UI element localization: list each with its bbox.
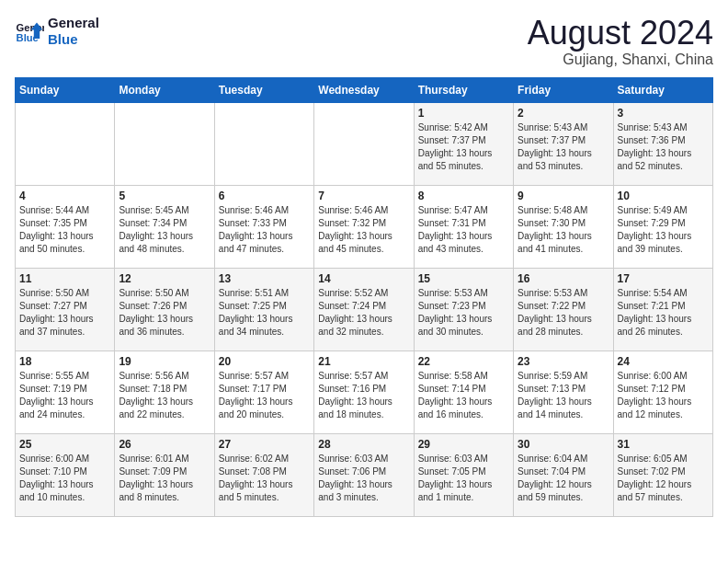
calendar-cell: 6Sunrise: 5:46 AMSunset: 7:33 PMDaylight… <box>214 185 313 268</box>
day-number: 16 <box>518 272 609 285</box>
day-info: Sunrise: 5:52 AMSunset: 7:24 PMDaylight:… <box>318 287 409 339</box>
day-info: Sunrise: 5:57 AMSunset: 7:17 PMDaylight:… <box>219 370 310 421</box>
calendar-cell: 11Sunrise: 5:50 AMSunset: 7:27 PMDayligh… <box>16 268 115 350</box>
day-number: 28 <box>318 438 409 451</box>
day-number: 3 <box>618 107 709 120</box>
day-info: Sunrise: 5:46 AMSunset: 7:32 PMDaylight:… <box>318 204 409 256</box>
day-number: 7 <box>318 190 409 202</box>
day-number: 24 <box>618 355 709 368</box>
day-info: Sunrise: 5:43 AMSunset: 7:36 PMDaylight:… <box>618 121 709 173</box>
day-number: 22 <box>418 355 509 368</box>
calendar-cell: 23Sunrise: 5:59 AMSunset: 7:13 PMDayligh… <box>514 350 613 433</box>
page-header: General Blue General Blue August 2024 Gu… <box>15 15 713 68</box>
calendar-header-row: SundayMondayTuesdayWednesdayThursdayFrid… <box>16 77 713 102</box>
calendar-cell: 18Sunrise: 5:55 AMSunset: 7:19 PMDayligh… <box>16 350 115 433</box>
calendar-cell: 8Sunrise: 5:47 AMSunset: 7:31 PMDaylight… <box>414 185 513 268</box>
day-number: 14 <box>318 272 409 285</box>
calendar-table: SundayMondayTuesdayWednesdayThursdayFrid… <box>15 77 713 517</box>
day-number: 13 <box>219 272 310 285</box>
day-number: 15 <box>418 272 509 285</box>
day-number: 2 <box>518 107 609 120</box>
day-number: 6 <box>219 190 310 202</box>
calendar-cell: 19Sunrise: 5:56 AMSunset: 7:18 PMDayligh… <box>115 350 214 433</box>
day-number: 30 <box>518 438 609 451</box>
day-info: Sunrise: 5:55 AMSunset: 7:19 PMDaylight:… <box>19 370 110 421</box>
title-block: August 2024 Gujiang, Shanxi, China <box>528 15 713 68</box>
day-header-saturday: Saturday <box>613 77 712 102</box>
day-number: 20 <box>219 355 310 368</box>
calendar-body: 1Sunrise: 5:42 AMSunset: 7:37 PMDaylight… <box>16 102 713 516</box>
calendar-cell: 31Sunrise: 6:05 AMSunset: 7:02 PMDayligh… <box>613 433 712 516</box>
day-info: Sunrise: 5:54 AMSunset: 7:21 PMDaylight:… <box>618 287 709 339</box>
day-header-monday: Monday <box>115 77 214 102</box>
day-number: 27 <box>219 438 310 451</box>
calendar-cell: 15Sunrise: 5:53 AMSunset: 7:23 PMDayligh… <box>414 268 513 350</box>
day-number: 9 <box>518 190 609 202</box>
day-info: Sunrise: 5:43 AMSunset: 7:37 PMDaylight:… <box>518 121 609 173</box>
day-header-tuesday: Tuesday <box>214 77 313 102</box>
day-number: 26 <box>119 438 210 451</box>
day-info: Sunrise: 5:50 AMSunset: 7:27 PMDaylight:… <box>19 287 110 339</box>
calendar-cell: 28Sunrise: 6:03 AMSunset: 7:06 PMDayligh… <box>314 433 414 516</box>
logo-general: General <box>48 15 99 31</box>
day-info: Sunrise: 5:59 AMSunset: 7:13 PMDaylight:… <box>518 370 609 421</box>
day-info: Sunrise: 5:50 AMSunset: 7:26 PMDaylight:… <box>119 287 210 339</box>
day-info: Sunrise: 6:00 AMSunset: 7:12 PMDaylight:… <box>618 370 709 421</box>
day-number: 31 <box>618 438 709 451</box>
calendar-cell: 2Sunrise: 5:43 AMSunset: 7:37 PMDaylight… <box>514 102 613 185</box>
day-info: Sunrise: 5:47 AMSunset: 7:31 PMDaylight:… <box>418 204 509 256</box>
logo: General Blue General Blue <box>15 15 99 48</box>
day-info: Sunrise: 5:46 AMSunset: 7:33 PMDaylight:… <box>219 204 310 256</box>
calendar-cell: 17Sunrise: 5:54 AMSunset: 7:21 PMDayligh… <box>613 268 712 350</box>
day-info: Sunrise: 5:58 AMSunset: 7:14 PMDaylight:… <box>418 370 509 421</box>
subtitle: Gujiang, Shanxi, China <box>528 52 713 68</box>
calendar-cell: 1Sunrise: 5:42 AMSunset: 7:37 PMDaylight… <box>414 102 513 185</box>
calendar-cell: 7Sunrise: 5:46 AMSunset: 7:32 PMDaylight… <box>314 185 414 268</box>
calendar-week-5: 25Sunrise: 6:00 AMSunset: 7:10 PMDayligh… <box>16 433 713 516</box>
day-number: 29 <box>418 438 509 451</box>
calendar-cell <box>115 102 214 185</box>
day-info: Sunrise: 5:53 AMSunset: 7:23 PMDaylight:… <box>418 287 509 339</box>
day-info: Sunrise: 5:53 AMSunset: 7:22 PMDaylight:… <box>518 287 609 339</box>
day-info: Sunrise: 5:49 AMSunset: 7:29 PMDaylight:… <box>618 204 709 256</box>
day-info: Sunrise: 5:56 AMSunset: 7:18 PMDaylight:… <box>119 370 210 421</box>
day-info: Sunrise: 5:51 AMSunset: 7:25 PMDaylight:… <box>219 287 310 339</box>
day-info: Sunrise: 5:45 AMSunset: 7:34 PMDaylight:… <box>119 204 210 256</box>
calendar-cell: 14Sunrise: 5:52 AMSunset: 7:24 PMDayligh… <box>314 268 414 350</box>
calendar-week-4: 18Sunrise: 5:55 AMSunset: 7:19 PMDayligh… <box>16 350 713 433</box>
day-number: 19 <box>119 355 210 368</box>
day-info: Sunrise: 6:01 AMSunset: 7:09 PMDaylight:… <box>119 453 210 504</box>
day-number: 12 <box>119 272 210 285</box>
day-info: Sunrise: 5:48 AMSunset: 7:30 PMDaylight:… <box>518 204 609 256</box>
calendar-week-1: 1Sunrise: 5:42 AMSunset: 7:37 PMDaylight… <box>16 102 713 185</box>
calendar-cell: 5Sunrise: 5:45 AMSunset: 7:34 PMDaylight… <box>115 185 214 268</box>
calendar-cell: 9Sunrise: 5:48 AMSunset: 7:30 PMDaylight… <box>514 185 613 268</box>
day-number: 21 <box>318 355 409 368</box>
day-number: 10 <box>618 190 709 202</box>
calendar-cell: 3Sunrise: 5:43 AMSunset: 7:36 PMDaylight… <box>613 102 712 185</box>
day-number: 4 <box>19 190 110 202</box>
logo-blue: Blue <box>48 31 99 48</box>
day-info: Sunrise: 6:03 AMSunset: 7:06 PMDaylight:… <box>318 453 409 504</box>
day-info: Sunrise: 6:05 AMSunset: 7:02 PMDaylight:… <box>618 453 709 504</box>
day-number: 1 <box>418 107 509 120</box>
calendar-cell <box>214 102 313 185</box>
calendar-cell: 30Sunrise: 6:04 AMSunset: 7:04 PMDayligh… <box>514 433 613 516</box>
day-info: Sunrise: 6:03 AMSunset: 7:05 PMDaylight:… <box>418 453 509 504</box>
day-number: 23 <box>518 355 609 368</box>
calendar-cell: 27Sunrise: 6:02 AMSunset: 7:08 PMDayligh… <box>214 433 313 516</box>
calendar-cell <box>314 102 414 185</box>
calendar-cell: 25Sunrise: 6:00 AMSunset: 7:10 PMDayligh… <box>16 433 115 516</box>
day-info: Sunrise: 5:42 AMSunset: 7:37 PMDaylight:… <box>418 121 509 173</box>
day-number: 8 <box>418 190 509 202</box>
calendar-cell: 12Sunrise: 5:50 AMSunset: 7:26 PMDayligh… <box>115 268 214 350</box>
calendar-cell: 29Sunrise: 6:03 AMSunset: 7:05 PMDayligh… <box>414 433 513 516</box>
day-header-thursday: Thursday <box>414 77 513 102</box>
calendar-week-3: 11Sunrise: 5:50 AMSunset: 7:27 PMDayligh… <box>16 268 713 350</box>
day-info: Sunrise: 6:00 AMSunset: 7:10 PMDaylight:… <box>19 453 110 504</box>
day-number: 5 <box>119 190 210 202</box>
day-info: Sunrise: 6:04 AMSunset: 7:04 PMDaylight:… <box>518 453 609 504</box>
calendar-cell <box>16 102 115 185</box>
day-header-sunday: Sunday <box>16 77 115 102</box>
calendar-cell: 21Sunrise: 5:57 AMSunset: 7:16 PMDayligh… <box>314 350 414 433</box>
